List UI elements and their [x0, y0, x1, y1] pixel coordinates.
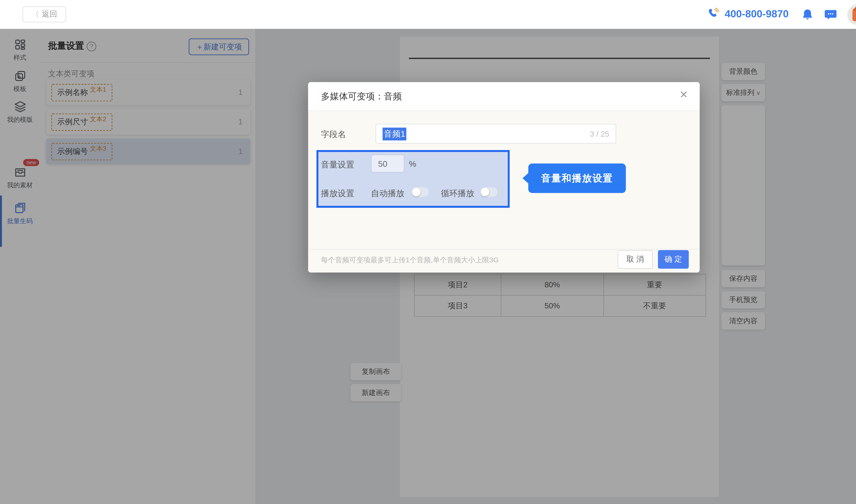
back-chevron-icon: 〈: [32, 9, 39, 20]
toggle-knob: [481, 188, 489, 196]
avatar-backpack-image: [852, 8, 856, 21]
autoplay-label: 自动播放: [371, 188, 405, 199]
char-counter: 3 / 25: [590, 129, 609, 138]
cancel-button[interactable]: 取 消: [617, 250, 653, 269]
volume-setting-label: 音量设置: [321, 159, 354, 170]
back-button-label: 返回: [42, 9, 57, 20]
autoplay-toggle[interactable]: [411, 187, 429, 197]
confirm-button[interactable]: 确 定: [658, 250, 689, 269]
close-icon[interactable]: ✕: [680, 90, 688, 100]
back-button[interactable]: 〈 返回: [22, 6, 66, 22]
volume-input[interactable]: 50: [371, 155, 405, 173]
notifications-bell-icon[interactable]: [801, 8, 815, 22]
volume-unit-label: %: [409, 159, 416, 169]
loop-toggle[interactable]: [480, 187, 497, 197]
field-name-label: 字段名: [321, 129, 346, 140]
user-avatar[interactable]: VIP: [847, 4, 856, 25]
modal-header: 多媒体可变项：音频 ✕: [308, 82, 700, 111]
top-navbar: 〈 返回 400-800-9870 VIP 管理员 组织ID:7167 ∧ 进入…: [0, 0, 856, 29]
app-window: 〈 返回 400-800-9870 VIP 管理员 组织ID:7167 ∧ 进入…: [0, 0, 856, 504]
selected-text: 音频1: [383, 127, 407, 140]
field-name-input[interactable]: 音频1 3 / 25: [375, 124, 616, 144]
service-phone: 400-800-9870: [706, 7, 789, 21]
tour-tooltip: 音量和播放设置: [528, 163, 626, 193]
modal-title: 多媒体可变项：音频: [321, 91, 402, 103]
loop-play-label: 循环播放: [441, 188, 474, 199]
play-setting-label: 播放设置: [321, 188, 354, 199]
messages-icon[interactable]: [823, 8, 838, 22]
toggle-knob: [412, 188, 421, 196]
phone-number[interactable]: 400-800-9870: [725, 8, 789, 20]
upload-hint: 每个音频可变项最多可上传1个音频,单个音频大小上限3G: [321, 255, 499, 265]
phone-icon: [706, 7, 720, 21]
